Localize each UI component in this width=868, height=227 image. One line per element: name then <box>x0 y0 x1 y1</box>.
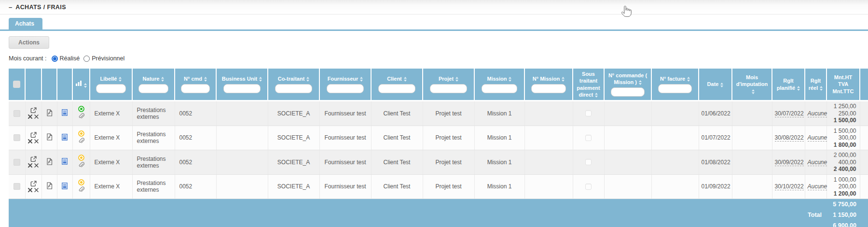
sous-traitant-checkbox[interactable] <box>585 159 592 165</box>
col-header-num-commande-mission[interactable]: N° commande ( Mission ) <box>604 69 651 101</box>
paperclip-icon[interactable] <box>78 138 84 144</box>
sort-icon[interactable] <box>797 86 800 91</box>
tools-icon[interactable] <box>28 114 33 119</box>
col-header-rglt-reel[interactable]: Rglt réel <box>805 69 827 101</box>
sous-traitant-checkbox[interactable] <box>585 135 592 141</box>
select-all-checkbox[interactable] <box>13 81 20 88</box>
sort-icon[interactable] <box>455 77 458 82</box>
sort-icon[interactable] <box>752 89 755 94</box>
col-header-pdf <box>41 69 57 101</box>
col-header-num-mission[interactable]: N° Mission <box>524 69 573 101</box>
filter-input-num-cmd[interactable] <box>181 84 210 93</box>
rglt-reel-link[interactable]: Aucune <box>808 134 827 142</box>
col-header-montants: Mnt.HT TVA Mnt.TTC <box>827 69 860 101</box>
pdf-icon[interactable] <box>46 158 53 165</box>
filter-input-client[interactable] <box>378 84 415 93</box>
sort-icon[interactable] <box>119 77 122 82</box>
rglt-reel-link[interactable]: Aucune <box>808 159 827 166</box>
col-header-mois-imputation[interactable]: Mois d'imputation <box>732 69 772 101</box>
filter-input-co-traitant[interactable] <box>275 84 312 93</box>
collapse-toggle[interactable]: – <box>9 3 12 11</box>
close-icon[interactable] <box>34 114 39 119</box>
document-icon[interactable] <box>62 109 68 116</box>
sous-traitant-checkbox[interactable] <box>585 110 592 116</box>
col-header-chart[interactable] <box>72 69 90 101</box>
sort-icon[interactable] <box>204 77 207 82</box>
sort-icon[interactable] <box>562 77 565 82</box>
filter-input-num-mission[interactable] <box>531 84 566 93</box>
rglt-planifie-link[interactable]: 30/08/2022 <box>775 134 804 142</box>
row-checkbox[interactable] <box>14 183 20 190</box>
sort-icon[interactable] <box>820 86 823 91</box>
sort-icon[interactable] <box>509 77 511 82</box>
pdf-icon[interactable] <box>46 109 53 116</box>
col-header-sous-traitant[interactable]: Sous traitant paiement direct <box>573 69 604 101</box>
pdf-icon[interactable] <box>46 133 53 141</box>
filter-input-num-commande-mission[interactable] <box>611 87 645 97</box>
rglt-planifie-link[interactable]: 30/07/2022 <box>775 110 804 117</box>
sort-icon[interactable] <box>84 83 87 88</box>
filter-input-fournisseur[interactable] <box>327 84 364 93</box>
filter-input-business-unit[interactable] <box>223 84 261 93</box>
close-icon[interactable] <box>34 139 39 144</box>
close-icon[interactable] <box>34 163 39 168</box>
paperclip-icon[interactable] <box>78 186 84 193</box>
rglt-reel-link[interactable]: Aucune <box>808 183 827 190</box>
sort-icon[interactable] <box>639 80 642 85</box>
row-checkbox[interactable] <box>14 134 20 141</box>
filter-input-nature[interactable] <box>138 84 168 93</box>
sort-icon[interactable] <box>595 93 598 98</box>
radio-realise-label[interactable]: Réalisé <box>60 55 80 62</box>
col-header-projet[interactable]: Projet <box>423 69 474 101</box>
external-link-icon[interactable] <box>30 132 37 138</box>
row-checkbox[interactable] <box>14 159 20 166</box>
external-link-icon[interactable] <box>30 107 37 114</box>
col-header-nature[interactable]: Nature <box>132 69 175 101</box>
sort-icon[interactable] <box>306 77 309 82</box>
col-header-fournisseur[interactable]: Fournisseur <box>319 69 371 101</box>
rglt-planifie-link[interactable]: 30/09/2022 <box>775 159 804 166</box>
paperclip-icon[interactable] <box>78 113 84 119</box>
col-header-rglt-planifie[interactable]: Rglt planifié <box>772 69 805 101</box>
sous-traitant-checkbox[interactable] <box>585 184 592 190</box>
document-icon[interactable] <box>62 183 68 189</box>
radio-previsionnel-label[interactable]: Prévisionnel <box>92 55 124 62</box>
tools-icon[interactable] <box>28 139 33 144</box>
sort-icon[interactable] <box>687 77 690 82</box>
document-icon[interactable] <box>62 158 68 165</box>
sort-icon[interactable] <box>360 77 363 82</box>
close-icon[interactable] <box>34 187 39 193</box>
col-header-num-facture[interactable]: N° facture <box>651 69 699 101</box>
row-checkbox[interactable] <box>14 110 20 117</box>
tools-icon[interactable] <box>28 163 33 168</box>
col-header-libelle[interactable]: Libellé <box>90 69 132 101</box>
col-header-mission[interactable]: Mission <box>474 69 524 101</box>
radio-previsionnel[interactable] <box>83 56 90 62</box>
mnt-ht: 1 250,00 <box>829 103 856 110</box>
pdf-icon[interactable] <box>46 182 53 189</box>
sort-icon[interactable] <box>404 77 407 82</box>
external-link-icon[interactable] <box>30 181 37 187</box>
col-header-num-cmd[interactable]: N° cmd <box>175 69 216 101</box>
rglt-reel-link[interactable]: Aucune <box>808 110 827 117</box>
paperclip-icon[interactable] <box>78 162 84 168</box>
sort-icon[interactable] <box>161 77 164 82</box>
filter-input-projet[interactable] <box>430 84 467 93</box>
radio-realise[interactable] <box>52 56 58 62</box>
col-header-client[interactable]: Client <box>371 69 423 101</box>
col-header-co-traitant[interactable]: Co-traitant <box>268 69 319 101</box>
filter-input-mission[interactable] <box>482 84 518 93</box>
tab-achats[interactable]: Achats <box>9 18 42 29</box>
external-link-icon[interactable] <box>30 156 37 162</box>
col-header-business-unit[interactable]: Business Unit <box>216 69 268 101</box>
col-header-date[interactable]: Date <box>699 69 732 101</box>
document-icon[interactable] <box>62 134 68 141</box>
filter-input-libelle[interactable] <box>96 84 126 93</box>
tools-icon[interactable] <box>28 187 33 193</box>
cell-num-commande-mission <box>604 174 651 199</box>
actions-button[interactable]: Actions <box>9 36 49 49</box>
filter-input-num-facture[interactable] <box>658 84 692 93</box>
sort-icon[interactable] <box>259 77 262 82</box>
rglt-planifie-link[interactable]: 30/10/2022 <box>775 183 804 190</box>
sort-icon[interactable] <box>720 83 723 87</box>
